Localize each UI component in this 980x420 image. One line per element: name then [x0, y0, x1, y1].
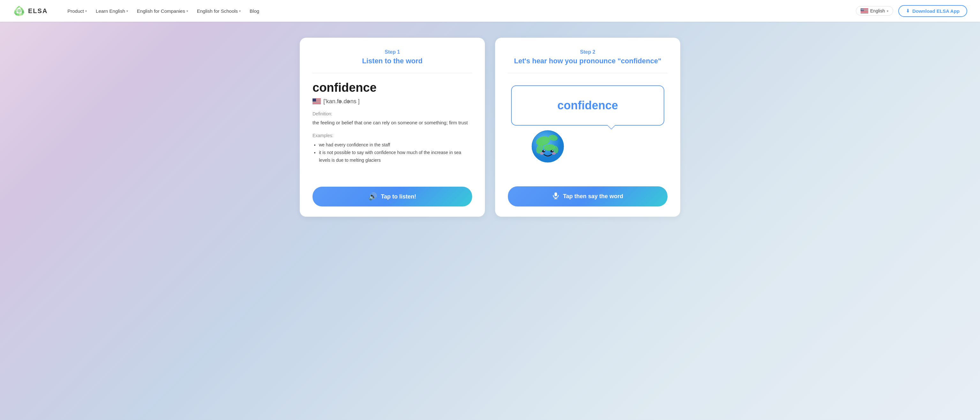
nav-product[interactable]: Product ▾	[64, 6, 90, 16]
speech-bubble-area: confidence	[508, 81, 668, 171]
download-label: Download ELSA App	[912, 8, 959, 14]
nav-companies[interactable]: English for Companies ▾	[134, 6, 191, 16]
nav-learn-label: Learn English	[96, 8, 125, 14]
download-button[interactable]: ⬇ Download ELSA App	[898, 5, 967, 17]
speech-bubble: confidence	[511, 85, 664, 126]
mic-icon	[552, 192, 559, 201]
logo-text: ELSA	[28, 7, 48, 15]
card1-divider	[312, 73, 472, 73]
microphone-svg	[552, 192, 559, 199]
svg-point-10	[861, 9, 861, 9]
say-label: Tap then say the word	[563, 193, 624, 200]
svg-point-23	[863, 10, 864, 10]
svg-point-27	[863, 10, 864, 10]
language-selector[interactable]: English ▾	[856, 6, 893, 16]
svg-point-13	[863, 9, 863, 9]
svg-rect-7	[861, 12, 868, 12]
svg-point-44	[550, 150, 554, 152]
language-chevron: ▾	[887, 9, 888, 13]
svg-point-46	[552, 150, 553, 151]
us-flag-icon	[861, 8, 868, 13]
step2-card: Step 2 Let's hear how you pronounce "con…	[495, 38, 680, 217]
definition-label: Definition:	[312, 111, 472, 117]
example-item: it is not possible to say with confidenc…	[319, 149, 472, 164]
word-title: confidence	[312, 81, 472, 94]
speech-word: confidence	[531, 99, 644, 112]
nav-product-chevron: ▾	[85, 9, 87, 13]
svg-point-45	[544, 150, 545, 151]
example-item: we had every confidence in the staff	[319, 141, 472, 149]
examples-list: we had every confidence in the staff it …	[312, 141, 472, 164]
examples-label: Examples:	[312, 133, 472, 138]
svg-point-21	[862, 10, 862, 10]
main-content: Step 1 Listen to the word confidence ['k…	[267, 22, 713, 233]
svg-point-20	[862, 10, 862, 10]
svg-rect-49	[554, 192, 557, 196]
elsa-logo-icon	[13, 5, 25, 17]
us-flag-pronunciation-icon	[312, 99, 321, 104]
nav-schools-label: English for Schools	[197, 8, 238, 14]
nav-right: English ▾ ⬇ Download ELSA App	[856, 5, 967, 17]
speaker-icon: 🔊	[368, 192, 377, 201]
svg-point-22	[863, 10, 863, 10]
svg-point-47	[540, 152, 544, 155]
listen-label: Tap to listen!	[381, 193, 416, 200]
svg-rect-34	[312, 103, 321, 104]
svg-point-14	[863, 9, 864, 9]
nav-learn-english[interactable]: Learn English ▾	[92, 6, 131, 16]
mascot-icon	[530, 129, 565, 164]
step1-title: Listen to the word	[312, 57, 472, 65]
nav-schools[interactable]: English for Schools ▾	[194, 6, 244, 16]
nav-product-label: Product	[67, 8, 84, 14]
nav-learn-chevron: ▾	[126, 9, 128, 13]
svg-point-26	[862, 10, 863, 10]
pronunciation-text: ['kan.fə.dəns ]	[323, 98, 360, 105]
step2-label: Step 2	[508, 49, 668, 55]
step1-label: Step 1	[312, 49, 472, 55]
svg-rect-32	[312, 102, 321, 102]
nav-companies-label: English for Companies	[137, 8, 185, 14]
listen-button[interactable]: 🔊 Tap to listen!	[312, 187, 472, 206]
card2-divider	[508, 73, 668, 73]
svg-point-11	[862, 9, 862, 9]
svg-rect-6	[861, 11, 868, 11]
svg-point-48	[552, 152, 556, 155]
svg-point-1	[17, 9, 21, 13]
nav-links: Product ▾ Learn English ▾ English for Co…	[64, 6, 846, 16]
say-button[interactable]: Tap then say the word	[508, 186, 668, 206]
svg-point-19	[861, 10, 861, 10]
download-icon: ⬇	[906, 8, 910, 13]
pronunciation: ['kan.fə.dəns ]	[312, 98, 472, 105]
definition-text: the feeling or belief that one can rely …	[312, 119, 472, 126]
logo-link[interactable]: ELSA	[13, 5, 48, 17]
svg-point-43	[542, 150, 545, 152]
step1-card: Step 1 Listen to the word confidence ['k…	[300, 38, 485, 217]
nav-schools-chevron: ▾	[239, 9, 241, 13]
svg-rect-35	[312, 99, 316, 102]
language-label: English	[870, 8, 885, 13]
navigation: ELSA Product ▾ Learn English ▾ English f…	[0, 0, 980, 22]
nav-blog[interactable]: Blog	[247, 6, 262, 16]
svg-point-24	[861, 10, 862, 10]
svg-point-12	[862, 9, 862, 9]
mascot-area	[511, 129, 664, 164]
step2-title: Let's hear how you pronounce "confidence…	[508, 57, 668, 65]
nav-companies-chevron: ▾	[186, 9, 188, 13]
